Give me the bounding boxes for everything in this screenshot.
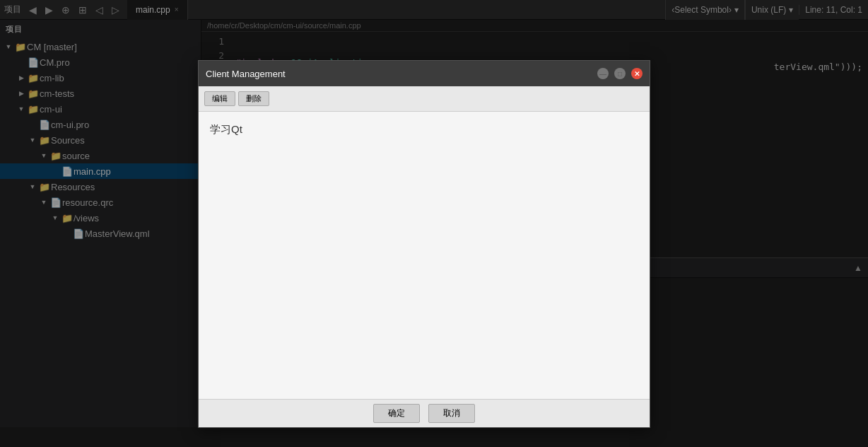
modal-close-button[interactable]: ✕ [631,68,643,79]
modal-titlebar: Client Management — □ ✕ [199,61,650,86]
modal-minimize-button[interactable]: — [597,68,609,79]
modal-maximize-button[interactable]: □ [614,68,626,79]
modal-cancel-button[interactable]: 取消 [428,404,475,423]
modal-window-controls: — □ ✕ [597,68,643,79]
modal-title: Client Management [206,69,286,79]
modal-toolbar-btn2[interactable]: 删除 [238,91,269,106]
modal-toolbar-btn1[interactable]: 编辑 [204,91,235,106]
modal-dialog: Client Management — □ ✕ 编辑 删除 学习Qt 确定 取消 [198,60,650,428]
modal-content-area: 学习Qt [199,112,650,399]
modal-toolbar: 编辑 删除 [199,86,650,112]
modal-ok-button[interactable]: 确定 [373,404,420,423]
modal-chinese-text: 学习Qt [210,123,638,137]
modal-body: 编辑 删除 学习Qt 确定 取消 [199,86,650,427]
modal-bottom-row: 确定 取消 [199,399,650,427]
